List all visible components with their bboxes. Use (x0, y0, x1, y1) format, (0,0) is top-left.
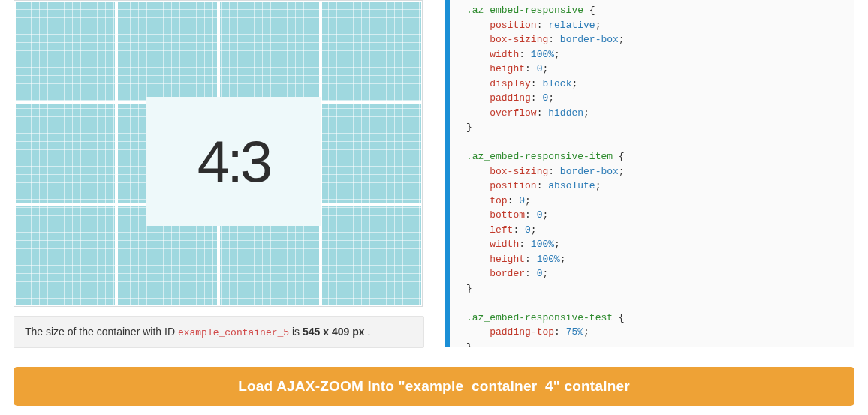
caption-prefix: The size of the container with ID (25, 326, 178, 338)
load-ajax-zoom-button[interactable]: Load AJAX-ZOOM into "example_container_4… (14, 367, 854, 406)
left-column: 4:3 The size of the container with ID ex… (14, 0, 424, 348)
page-root: 4:3 The size of the container with ID ex… (0, 0, 868, 406)
aspect-ratio-card: 4:3 (146, 97, 321, 226)
css-code-block: .az_embed-responsive { position: relativ… (445, 0, 854, 347)
caption-middle: is (292, 326, 303, 338)
caption-suffix: . (367, 326, 370, 338)
caption-container-id: example_container_5 (178, 327, 289, 338)
responsive-grid-preview: 4:3 (14, 0, 423, 307)
two-column-layout: 4:3 The size of the container with ID ex… (14, 0, 854, 348)
caption-dimensions: 545 x 409 px (303, 326, 365, 338)
right-column: .az_embed-responsive { position: relativ… (445, 0, 854, 348)
container-size-caption: The size of the container with ID exampl… (14, 316, 424, 348)
aspect-ratio-label: 4:3 (197, 132, 270, 191)
